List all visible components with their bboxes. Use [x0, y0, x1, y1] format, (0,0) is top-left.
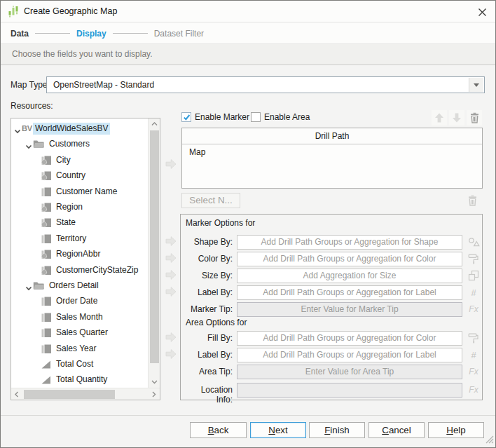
tree-item-total-quantity[interactable]: Total Quantity [11, 372, 148, 388]
fx-icon: Fx [467, 303, 480, 315]
resize-grip[interactable] [485, 435, 494, 446]
color-by-field[interactable]: Add Drill Path Groups or Aggregation for… [237, 252, 462, 266]
tree-item-city[interactable]: City [11, 153, 148, 168]
geo-field-icon [41, 217, 52, 229]
step-display[interactable]: Display [76, 29, 106, 39]
tree-item-customer-name[interactable]: Customer Name [11, 184, 148, 200]
location-info-field[interactable] [237, 383, 462, 398]
geo-field-icon [41, 170, 52, 182]
hash-icon: # [467, 286, 480, 299]
hash-icon: # [467, 348, 480, 361]
folder-icon [33, 139, 44, 150]
tree-item-customers[interactable]: Customers [11, 137, 148, 152]
scroll-left-icon[interactable] [11, 388, 22, 400]
area-options-title: Area Options for [186, 318, 247, 327]
arrow-down-icon [451, 112, 462, 123]
move-right-arrow-icon[interactable] [164, 268, 178, 282]
tree-item-sales-quarter[interactable]: Sales Quarter [11, 325, 148, 341]
chevron-down-icon [474, 83, 479, 87]
shape-by-field[interactable]: Add Drill Path Groups or Aggregation for… [237, 235, 462, 250]
map-type-label: Map Type: [11, 76, 50, 93]
vertical-scrollbar-thumb[interactable] [150, 130, 159, 363]
enable-marker-checkbox[interactable] [181, 112, 191, 122]
size-by-field[interactable]: Add Aggregation for Size [237, 269, 462, 283]
finish-button[interactable]: Finish [309, 422, 365, 438]
next-button[interactable]: Next [250, 422, 306, 438]
chevron-down-icon[interactable] [25, 142, 32, 151]
tree-item-sales-year[interactable]: Sales Year [11, 341, 148, 357]
tree-item-territory[interactable]: Territory [11, 231, 148, 247]
marker-tip-field[interactable]: Enter Value for Marker Tip [237, 302, 462, 317]
move-right-arrow-icon[interactable] [164, 285, 178, 299]
step-dataset-filter[interactable]: Dataset Filter [154, 29, 204, 39]
tree-item-state[interactable]: State [11, 215, 148, 231]
drill-path-row-map[interactable]: Map [182, 144, 482, 160]
shape-by-label: Shape By: [184, 237, 233, 247]
select-name-button[interactable]: Select N... [181, 193, 240, 208]
step-connector [35, 33, 70, 34]
folder-icon [33, 280, 44, 292]
tree-item-label: Total Quantity [54, 374, 109, 386]
delete-selected-button[interactable] [464, 193, 480, 208]
create-geographic-map-dialog: Create Geographic Map DataDisplayDataset… [0, 0, 496, 448]
scroll-right-icon[interactable] [149, 388, 160, 400]
move-right-arrow-icon[interactable] [164, 251, 178, 265]
delete-drill-path-button[interactable] [467, 110, 482, 125]
label-by-field[interactable]: Add Drill Path Groups or Aggregation for… [237, 348, 462, 362]
move-right-arrow-icon[interactable] [164, 157, 178, 171]
fill-by-field[interactable]: Add Drill Path Groups or Aggregation for… [237, 331, 462, 346]
resources-tree-panel: BVWorldWideSalesBVCustomersCityCountryCu… [11, 118, 160, 400]
move-up-button[interactable] [432, 110, 447, 125]
back-button[interactable]: Back [190, 422, 247, 438]
tree-item-regionabbr[interactable]: RegionAbbr [11, 247, 148, 262]
field-icon [41, 233, 52, 245]
tree-item-order-date[interactable]: Order Date [11, 294, 148, 309]
move-right-arrow-icon[interactable] [164, 330, 178, 344]
tree-item-country[interactable]: Country [11, 168, 148, 184]
tree-item-label: CustomerCityStateZip [54, 264, 140, 276]
move-right-arrow-icon[interactable] [164, 234, 178, 248]
geo-field-icon [41, 265, 52, 276]
area-tip-field[interactable]: Enter Value for Area Tip [237, 365, 462, 379]
horizontal-scrollbar-thumb[interactable] [24, 390, 115, 399]
map-type-dropdown-button[interactable] [469, 78, 483, 92]
move-down-button[interactable] [449, 110, 464, 125]
map-type-select[interactable]: OpenStreetMap - Standard [46, 76, 485, 93]
tree-item-worldwidesalesbv[interactable]: BVWorldWideSalesBV [11, 121, 148, 137]
enable-area-checkbox[interactable] [251, 112, 261, 122]
tree-item-customercitystatezip[interactable]: CustomerCityStateZip [11, 263, 148, 278]
chevron-down-icon[interactable] [14, 126, 21, 136]
tree-item-orders-detail[interactable]: Orders Detail [11, 278, 148, 294]
tree-item-total-cost[interactable]: Total Cost [11, 357, 148, 372]
cancel-button[interactable]: Cancel [368, 422, 425, 438]
close-icon[interactable] [476, 7, 488, 17]
drill-path-table: Drill Path Map [181, 128, 483, 189]
label-by-field[interactable]: Add Drill Path Groups or Aggregation for… [237, 285, 462, 300]
wizard-steps-row: DataDisplayDataset Filter [1, 23, 495, 43]
scroll-up-icon[interactable] [149, 118, 160, 130]
scroll-down-icon[interactable] [149, 376, 160, 388]
area-tip-label: Area Tip: [184, 367, 233, 376]
tree-item-label: Sales Month [54, 311, 105, 323]
field-icon [41, 312, 52, 323]
tree-item-region[interactable]: Region [11, 200, 148, 215]
tree-item-label: Country [54, 170, 88, 182]
fill-by-label: Fill By: [184, 333, 233, 343]
page-subtitle: Choose the fields you want to display. [1, 43, 495, 65]
measure-icon [41, 374, 52, 386]
window-title: Create Geographic Map [24, 1, 117, 22]
enable-marker-label: Enable Marker [195, 112, 249, 122]
tree-item-sales-month[interactable]: Sales Month [11, 310, 148, 325]
resources-label: Resources: [11, 101, 53, 111]
step-data[interactable]: Data [11, 29, 29, 39]
help-button[interactable]: Help [428, 422, 484, 438]
tree-vertical-scrollbar[interactable] [148, 118, 160, 388]
chevron-down-icon[interactable] [25, 283, 32, 293]
move-right-arrow-icon[interactable] [164, 347, 178, 361]
arrow-up-icon [434, 112, 445, 123]
tree-horizontal-scrollbar[interactable] [11, 388, 160, 400]
geo-field-icon [41, 249, 52, 260]
geo-field-icon [41, 155, 52, 166]
map-type-value: OpenStreetMap - Standard [53, 77, 154, 93]
trash-icon [469, 112, 480, 123]
